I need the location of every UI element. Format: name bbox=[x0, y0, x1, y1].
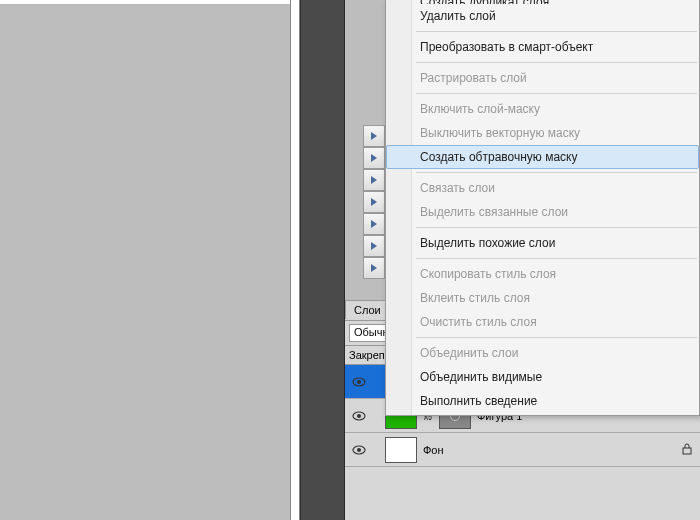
triangle-right-icon bbox=[370, 219, 378, 229]
collapsed-panel-tab[interactable] bbox=[363, 147, 385, 169]
menu-item[interactable]: Объединить видимые bbox=[386, 365, 699, 389]
menu-item[interactable]: Выполнить сведение bbox=[386, 389, 699, 413]
menu-separator bbox=[416, 62, 697, 63]
collapsed-panel-tab[interactable] bbox=[363, 125, 385, 147]
triangle-right-icon bbox=[370, 175, 378, 185]
layer-visibility-toggle[interactable] bbox=[351, 442, 367, 458]
layer-context-menu: Создать дубликат слоя...Удалить слойПрео… bbox=[385, 0, 700, 416]
menu-item[interactable]: Удалить слой bbox=[386, 4, 699, 28]
eye-icon[interactable] bbox=[351, 442, 367, 458]
canvas-top-edge bbox=[0, 0, 300, 4]
triangle-right-icon bbox=[370, 197, 378, 207]
panel-separator bbox=[300, 0, 345, 520]
triangle-right-icon bbox=[370, 131, 378, 141]
collapsed-panel-tab[interactable] bbox=[363, 191, 385, 213]
menu-item: Включить слой-маску bbox=[386, 97, 699, 121]
layer-lock-indicator bbox=[680, 442, 694, 458]
menu-separator bbox=[416, 172, 697, 173]
document-edge bbox=[290, 0, 300, 520]
menu-item: Вклеить стиль слоя bbox=[386, 286, 699, 310]
menu-separator bbox=[416, 93, 697, 94]
menu-separator bbox=[416, 227, 697, 228]
svg-point-12 bbox=[357, 448, 361, 452]
menu-item: Связать слои bbox=[386, 176, 699, 200]
svg-marker-2 bbox=[371, 176, 377, 184]
svg-marker-3 bbox=[371, 198, 377, 206]
canvas-area bbox=[0, 0, 300, 520]
svg-marker-4 bbox=[371, 220, 377, 228]
triangle-right-icon bbox=[370, 153, 378, 163]
menu-item: Скопировать стиль слоя bbox=[386, 262, 699, 286]
collapsed-panel-tab[interactable] bbox=[363, 213, 385, 235]
eye-icon[interactable] bbox=[351, 374, 367, 390]
menu-item[interactable]: Выделить похожие слои bbox=[386, 231, 699, 255]
layer-thumbnail[interactable] bbox=[385, 437, 417, 463]
svg-point-8 bbox=[357, 380, 361, 384]
layer-visibility-toggle[interactable] bbox=[351, 408, 367, 424]
layer-name-label[interactable]: Фон bbox=[423, 444, 674, 456]
svg-marker-0 bbox=[371, 132, 377, 140]
menu-separator bbox=[416, 31, 697, 32]
menu-item: Выделить связанные слои bbox=[386, 200, 699, 224]
collapsed-panel-tab[interactable] bbox=[363, 169, 385, 191]
lock-icon bbox=[680, 442, 694, 456]
svg-point-10 bbox=[357, 414, 361, 418]
svg-marker-6 bbox=[371, 264, 377, 272]
menu-item[interactable]: Преобразовать в смарт-объект bbox=[386, 35, 699, 59]
layers-panel-tab[interactable]: Слои bbox=[345, 300, 390, 319]
triangle-right-icon bbox=[370, 263, 378, 273]
menu-item: Выключить векторную маску bbox=[386, 121, 699, 145]
menu-item: Растрировать слой bbox=[386, 66, 699, 90]
layer-visibility-toggle[interactable] bbox=[351, 374, 367, 390]
layer-row[interactable]: Фон bbox=[345, 433, 700, 467]
svg-marker-5 bbox=[371, 242, 377, 250]
menu-separator bbox=[416, 337, 697, 338]
menu-item: Очистить стиль слоя bbox=[386, 310, 699, 334]
menu-item: Объединить слои bbox=[386, 341, 699, 365]
svg-rect-13 bbox=[683, 448, 691, 454]
menu-separator bbox=[416, 258, 697, 259]
menu-item[interactable]: Создать обтравочную маску bbox=[386, 145, 699, 169]
eye-icon[interactable] bbox=[351, 408, 367, 424]
collapsed-panel-tab[interactable] bbox=[363, 235, 385, 257]
collapsed-panel-tab[interactable] bbox=[363, 257, 385, 279]
svg-marker-1 bbox=[371, 154, 377, 162]
triangle-right-icon bbox=[370, 241, 378, 251]
